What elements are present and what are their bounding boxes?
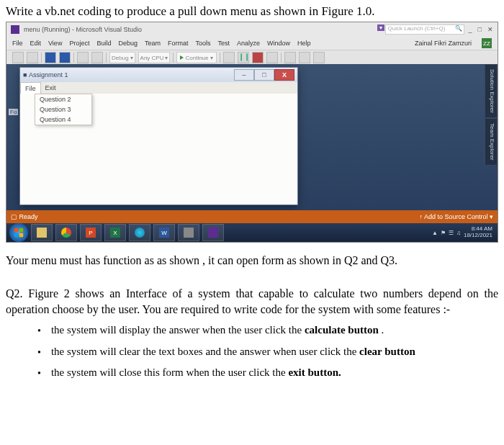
menu-window[interactable]: Window <box>267 40 290 47</box>
solution-explorer-tab[interactable]: Solution Explorer <box>485 64 498 118</box>
user-name[interactable]: Zainal Fikri Zamzuri <box>415 40 472 47</box>
user-badge[interactable]: ZZ <box>482 38 492 48</box>
tray-flag-icon[interactable]: ⚑ <box>441 230 446 236</box>
form-icon: ■ <box>23 71 27 78</box>
menu-help[interactable]: Help <box>297 40 311 47</box>
form-title-text: Assignment 1 <box>29 71 68 78</box>
step-over-icon[interactable] <box>299 52 310 63</box>
pause-icon[interactable]: ❙❙ <box>238 52 249 63</box>
menu-tools[interactable]: Tools <box>195 40 210 47</box>
form-menu-exit[interactable]: Exit <box>41 82 60 94</box>
tray-network-icon[interactable]: ☰ <box>449 230 454 236</box>
taskbar-app-excel[interactable]: X <box>104 224 126 241</box>
taskbar-app-powerpoint[interactable]: P <box>80 224 102 241</box>
minimize-icon[interactable]: _ <box>469 26 472 33</box>
status-ready: Ready <box>19 213 38 220</box>
svg-rect-2 <box>14 233 18 237</box>
vs-window-title: menu (Running) - Microsoft Visual Studio <box>24 26 142 33</box>
form-title-bar[interactable]: ■ Assignment 1 – □ X <box>20 68 297 82</box>
search-icon: 🔍 <box>455 25 462 32</box>
dropdown-question2[interactable]: Question 2 <box>35 94 91 104</box>
menu-project[interactable]: Project <box>69 40 89 47</box>
vs-status-bar: ▢ Ready ↑ Add to Source Control ▾ <box>6 210 498 223</box>
form-menu-strip: File Exit <box>20 82 297 94</box>
menu-debug[interactable]: Debug <box>118 40 138 47</box>
step-icon[interactable] <box>223 52 235 63</box>
status-debug-icon: ▢ <box>11 213 17 220</box>
undo-icon[interactable] <box>77 52 89 63</box>
taskbar-app-chrome[interactable] <box>55 224 77 241</box>
taskbar-clock[interactable]: 8:44 AM 18/12/2021 <box>464 226 495 239</box>
start-button[interactable] <box>9 223 28 242</box>
quick-launch-placeholder: Quick Launch (Ctrl+Q) <box>388 25 446 32</box>
form-maximize-icon[interactable]: □ <box>254 69 274 81</box>
vs-client-area: Fo ■ Assignment 1 – □ X File Exit Questi… <box>6 64 498 210</box>
menu-analyze[interactable]: Analyze <box>237 40 260 47</box>
play-icon <box>180 55 184 60</box>
step-out-icon[interactable] <box>313 52 325 63</box>
stop-icon[interactable] <box>252 52 264 63</box>
vs-toolbar: Debug▾ Any CPU▾ Continue▾ ❙❙ <box>6 50 498 66</box>
taskbar-app-vs[interactable] <box>202 224 224 241</box>
windows-taskbar: P X W ▲ ⚑ ☰ ♫ 8:44 AM 18/12/2021 <box>6 223 498 242</box>
menu-file[interactable]: File <box>12 40 23 47</box>
figure-screenshot: menu (Running) - Microsoft Visual Studio… <box>6 22 498 243</box>
status-add-source[interactable]: ↑ Add to Source Control ▾ <box>419 213 493 220</box>
vs-side-tab-well: Solution Explorer Team Explorer <box>485 64 498 210</box>
menu-view[interactable]: View <box>48 40 62 47</box>
vs-menu-bar: File Edit View Project Build Debug Team … <box>6 37 498 50</box>
taskbar-app-unknown[interactable] <box>178 224 199 241</box>
form-minimize-icon[interactable]: – <box>234 69 254 81</box>
menu-test[interactable]: Test <box>218 40 230 47</box>
team-explorer-tab[interactable]: Team Explorer <box>485 118 498 166</box>
feature-list: • the system will display the answer whe… <box>6 324 498 381</box>
menu-edit[interactable]: Edit <box>30 40 42 47</box>
nav-back-icon[interactable] <box>12 52 24 63</box>
bullet-icon: • <box>37 324 41 338</box>
dropdown-question3[interactable]: Question 3 <box>35 104 91 114</box>
close-icon[interactable]: ✕ <box>487 26 493 33</box>
save-all-icon[interactable] <box>59 52 71 63</box>
bullet-icon: • <box>37 367 41 381</box>
tray-volume-icon[interactable]: ♫ <box>456 230 461 236</box>
form-menu-file[interactable]: File <box>20 82 41 94</box>
save-icon[interactable] <box>45 52 56 63</box>
feature-item-1: • the system will display the answer whe… <box>6 324 498 338</box>
instruction-line: Your menu must has function as as shown … <box>6 254 498 267</box>
running-form-window: ■ Assignment 1 – □ X File Exit Question … <box>19 67 298 205</box>
menu-team[interactable]: Team <box>145 40 161 47</box>
quick-launch-input[interactable]: Quick Launch (Ctrl+Q) 🔍 <box>385 24 464 35</box>
feature-item-2: • the system will clear the text boxes a… <box>6 346 498 360</box>
dropdown-question4[interactable]: Question 4 <box>35 114 91 125</box>
vs-logo-icon <box>11 25 19 34</box>
svg-rect-1 <box>19 228 23 232</box>
nav-forward-icon[interactable] <box>27 52 38 63</box>
question-title: Write a vb.net coding to produce a pull … <box>6 4 498 19</box>
clock-date: 18/12/2021 <box>464 233 492 239</box>
q2-paragraph: Q2. Figure 2 shows an Interface of a sys… <box>6 286 498 317</box>
bullet-icon: • <box>37 346 41 360</box>
svg-rect-3 <box>19 233 23 237</box>
taskbar-app-explorer[interactable] <box>31 224 53 241</box>
file-dropdown-menu: Question 2 Question 3 Question 4 <box>35 94 92 125</box>
maximize-icon[interactable]: □ <box>478 26 482 33</box>
config-dropdown[interactable]: Debug▾ <box>109 52 135 63</box>
tray-chevron-icon[interactable]: ▲ <box>432 230 438 236</box>
step-into-icon[interactable] <box>284 52 296 63</box>
platform-dropdown[interactable]: Any CPU▾ <box>138 52 171 63</box>
system-tray[interactable]: ▲ ⚑ ☰ ♫ <box>432 230 461 236</box>
taskbar-app-edge[interactable] <box>129 224 150 241</box>
feature-item-3: • the system will close this form when t… <box>6 367 498 381</box>
restart-icon[interactable] <box>266 52 278 63</box>
form-close-icon[interactable]: X <box>274 69 294 81</box>
taskbar-app-word[interactable]: W <box>153 224 175 241</box>
svg-rect-0 <box>14 228 18 232</box>
continue-button[interactable]: Continue▾ <box>176 52 216 63</box>
vs-title-bar: menu (Running) - Microsoft Visual Studio… <box>6 22 498 37</box>
redo-icon[interactable] <box>91 52 103 63</box>
menu-build[interactable]: Build <box>96 40 111 47</box>
form-tag: Fo <box>9 109 18 115</box>
menu-format[interactable]: Format <box>168 40 189 47</box>
